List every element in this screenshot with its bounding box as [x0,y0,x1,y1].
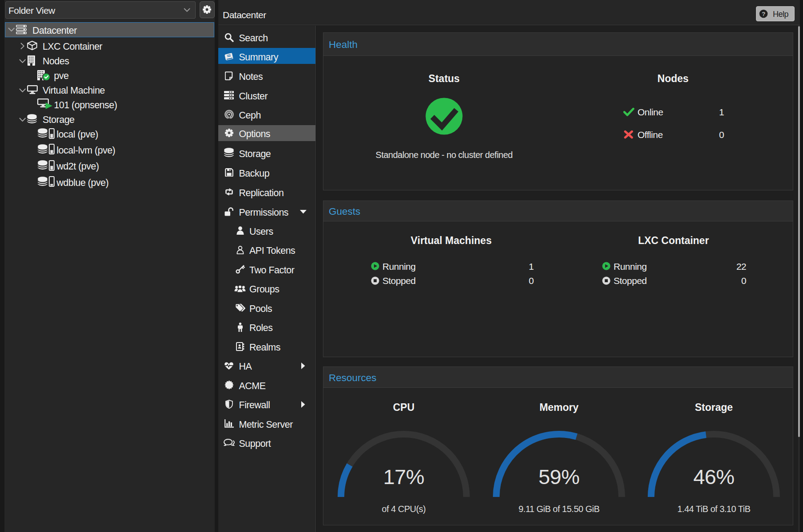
svg-text:?: ? [762,11,765,17]
